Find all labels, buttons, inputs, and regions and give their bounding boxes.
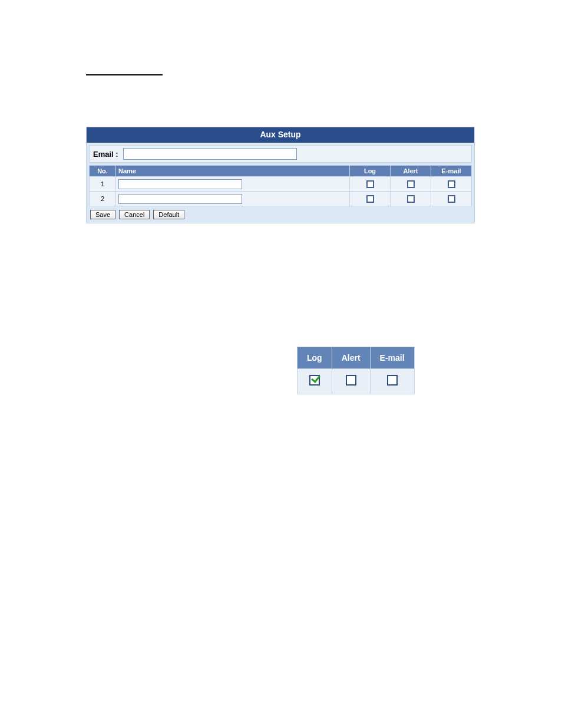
- col-header-alert: Alert: [391, 166, 431, 177]
- options-snippet: Log Alert E-mail: [297, 347, 415, 394]
- mini-row: [297, 369, 415, 394]
- mini-log-checkbox[interactable]: [309, 375, 320, 386]
- table-row: 1: [90, 177, 472, 192]
- cell-name: [116, 177, 350, 192]
- table-row: 2: [90, 192, 472, 206]
- mini-alert-checkbox[interactable]: [346, 375, 356, 386]
- email-label: Email :: [93, 150, 118, 159]
- mini-header-log: Log: [297, 347, 332, 369]
- email-input[interactable]: [123, 148, 297, 160]
- aux-table: No. Name Log Alert E-mail 1: [89, 165, 472, 206]
- mini-header-email: E-mail: [370, 347, 414, 369]
- button-row: Save Cancel Default: [89, 210, 472, 219]
- cell-no: 2: [90, 192, 116, 206]
- cell-name: [116, 192, 350, 206]
- col-header-email: E-mail: [431, 166, 472, 177]
- email-checkbox-1[interactable]: [448, 180, 455, 188]
- panel-title: Aux Setup: [87, 127, 474, 143]
- email-checkbox-2[interactable]: [448, 195, 455, 203]
- col-header-name: Name: [116, 166, 350, 177]
- save-button[interactable]: Save: [90, 210, 115, 219]
- alert-checkbox-1[interactable]: [407, 180, 415, 188]
- mini-email-checkbox[interactable]: [387, 375, 398, 386]
- name-input-2[interactable]: [118, 194, 242, 204]
- name-input-1[interactable]: [118, 179, 242, 189]
- cell-no: 1: [90, 177, 116, 192]
- log-checkbox-1[interactable]: [366, 180, 374, 188]
- default-button[interactable]: Default: [153, 210, 184, 219]
- col-header-log: Log: [350, 166, 391, 177]
- mini-header-alert: Alert: [332, 347, 370, 369]
- alert-checkbox-2[interactable]: [407, 195, 415, 203]
- email-row: Email :: [89, 145, 472, 163]
- log-checkbox-2[interactable]: [366, 195, 374, 203]
- aux-setup-panel: Aux Setup Email : No. Name Log Alert E-m…: [86, 127, 475, 223]
- cancel-button[interactable]: Cancel: [119, 210, 150, 219]
- col-header-no: No.: [90, 166, 116, 177]
- page-underline: [86, 74, 163, 75]
